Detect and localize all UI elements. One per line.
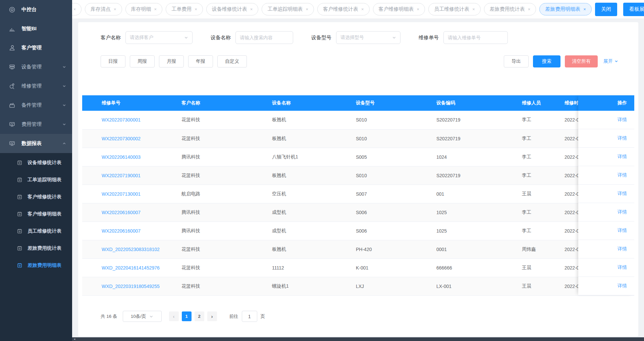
close-icon[interactable]: × [361, 7, 364, 12]
tab-item[interactable]: 员工维修统计表 × [428, 3, 481, 15]
sidebar-subitem-report[interactable]: 差旅费用统计表 [0, 240, 72, 257]
customer-select[interactable]: 请选择客户 [125, 31, 193, 44]
board-chart-icon [9, 121, 15, 128]
tab-item[interactable]: 客户维修明细表 × [373, 3, 425, 15]
order-link[interactable]: WXD_20220523083318102 [102, 247, 160, 252]
order-link[interactable]: WX202206140003 [102, 154, 141, 160]
close-icon[interactable]: × [583, 7, 586, 12]
next-page-button[interactable]: › [207, 311, 217, 321]
tab-item[interactable]: 差旅费用统计表 × [484, 3, 536, 15]
tab-item[interactable]: 客户维修统计表 × [317, 3, 370, 15]
sidebar-subitem-report[interactable]: 客户维修统计表 [0, 188, 72, 205]
detail-link[interactable]: 详情 [618, 228, 627, 234]
tab-clipped[interactable]: × [72, 3, 82, 15]
order-link[interactable]: WX202206160007 [102, 228, 141, 234]
sidebar-subitem-report[interactable]: 工单追踪明细表 [0, 171, 72, 188]
model-select[interactable]: 请选择型号 [336, 31, 400, 44]
period-button[interactable]: 自定义 [217, 55, 247, 67]
horizontal-scrollbar[interactable]: ◂ [72, 337, 644, 341]
scroll-left-arrow-icon[interactable]: ◂ [72, 337, 77, 341]
sidebar-subitem-report[interactable]: 设备维修统计表 [0, 154, 72, 171]
cell-staff: 周炜鑫 [519, 240, 561, 258]
close-icon[interactable]: × [306, 7, 308, 12]
order-link[interactable]: WX202207300001 [102, 117, 141, 123]
sidebar-item-bi[interactable]: 智能BI [0, 19, 72, 38]
pagination: 共 16 条 10条/页 ‹ 1 2 › 前往 页 [101, 311, 265, 322]
tab-item[interactable]: 库存明细 × [125, 3, 163, 15]
close-icon[interactable]: × [250, 7, 253, 12]
board-display-button[interactable]: 看板展示 [623, 3, 644, 16]
device-input-wrap [235, 31, 293, 44]
sidebar-item-console[interactable]: 中控台 [0, 0, 72, 19]
tab-item[interactable]: 工单费用 × [166, 3, 203, 15]
order-link[interactable]: WX202207190001 [102, 173, 141, 178]
sidebar-subitem-label: 工单追踪明细表 [28, 177, 62, 183]
tab-item[interactable]: 库存清点 × [85, 3, 122, 15]
sidebar-subitem-report[interactable]: 员工维修统计表 [0, 223, 72, 240]
period-button[interactable]: 月报 [159, 55, 184, 67]
close-icon[interactable]: × [154, 7, 157, 12]
cell-customer: 腾讯科技 [178, 203, 269, 222]
page-size-select[interactable]: 10条/页 [123, 311, 162, 322]
close-icon[interactable]: × [528, 7, 531, 12]
action-cell: 详情 [578, 166, 634, 185]
table-row: WXD_20220416141452976 花篮科技 11112 K-001 6… [82, 258, 634, 277]
close-icon[interactable]: × [417, 7, 420, 12]
close-tabs-button[interactable]: 关闭 [595, 3, 617, 16]
sidebar-item-customers[interactable]: 客户管理 [0, 38, 72, 57]
clear-all-button[interactable]: 清空所有 [565, 55, 598, 67]
period-button[interactable]: 日报 [101, 55, 125, 67]
page-unit-label: 页 [261, 313, 265, 320]
detail-link[interactable]: 详情 [618, 246, 627, 252]
sidebar-item-expenses[interactable]: 费用管理 [0, 115, 72, 134]
order-input[interactable] [448, 35, 503, 40]
detail-link[interactable]: 详情 [618, 117, 627, 123]
tab-label: 客户维修明细表 [379, 6, 414, 12]
sidebar-subitem-report[interactable]: 客户维修明细表 [0, 205, 72, 223]
detail-link[interactable]: 详情 [618, 172, 627, 178]
order-link[interactable]: WX202207300002 [102, 136, 141, 141]
sidebar-item-reports[interactable]: 数据报表 [0, 134, 72, 153]
order-link[interactable]: WX202206160007 [102, 210, 141, 215]
page-button-2[interactable]: 2 [195, 311, 204, 321]
sidebar-item-devices[interactable]: 设备管理 [0, 57, 72, 77]
order-link[interactable]: WXD_20220319180549255 [102, 284, 160, 289]
device-input[interactable] [240, 35, 289, 40]
close-icon[interactable]: × [114, 7, 116, 12]
detail-link[interactable]: 详情 [618, 191, 627, 197]
search-button[interactable]: 搜索 [533, 55, 560, 67]
sidebar-subitem-report[interactable]: 差旅费用明细表 [0, 257, 72, 274]
detail-link[interactable]: 详情 [618, 283, 627, 289]
detail-link[interactable]: 详情 [618, 154, 627, 160]
sidebar-item-repair[interactable]: 维修管理 [0, 77, 72, 96]
repair-magnifier-icon [9, 83, 15, 90]
order-link[interactable]: WX202207130001 [102, 191, 141, 197]
close-icon[interactable]: × [472, 7, 475, 12]
expand-label: 展开 [603, 58, 613, 64]
filter-order: 维修单号 [419, 31, 508, 44]
cell-order: WXD_20220523083318102 [82, 240, 178, 258]
tab-bar: × 库存清点 × 库存明细 × 工单费用 × 设备维修统计表 × 工单追踪明细表… [72, 0, 644, 19]
detail-link[interactable]: 详情 [618, 264, 627, 271]
export-button[interactable]: 导出 [504, 55, 529, 67]
tab-item[interactable]: 设备维修统计表 × [206, 3, 259, 15]
expand-toggle[interactable]: 展开 [603, 58, 618, 64]
page-button-1[interactable]: 1 [182, 311, 192, 321]
filter-actions-row: 日报 周报 月报 年报 自定义 导出 搜索 清空所有 展开 [101, 55, 618, 67]
tab-item[interactable]: 工单追踪明细表 × [262, 3, 314, 15]
close-icon[interactable]: × [195, 7, 197, 12]
prev-page-button[interactable]: ‹ [169, 311, 179, 321]
tab-item[interactable]: 差旅费用明细表 × [539, 3, 592, 15]
close-icon[interactable]: × [73, 7, 76, 12]
order-link[interactable]: WXD_20220416141452976 [102, 265, 160, 271]
goto-page-input[interactable] [242, 311, 257, 322]
page-size-value: 10条/页 [131, 313, 146, 320]
detail-link[interactable]: 详情 [618, 135, 627, 141]
table-row: WX202206140003 腾讯科技 八轴飞针机1 S005 1024 李工 … [82, 148, 634, 166]
sidebar-item-parts[interactable]: 备件管理 [0, 96, 72, 115]
period-button[interactable]: 周报 [130, 55, 155, 67]
cell-order: WX202206160007 [82, 222, 178, 240]
detail-link[interactable]: 详情 [618, 209, 627, 215]
period-button[interactable]: 年报 [188, 55, 213, 67]
filter-customer: 客户名称 请选择客户 [101, 31, 193, 44]
